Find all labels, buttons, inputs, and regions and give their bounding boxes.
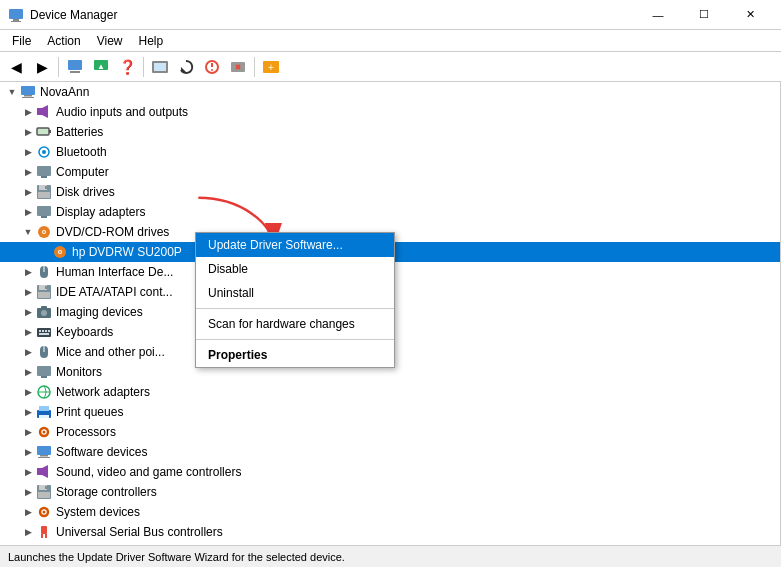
svg-rect-68 [40,455,48,457]
ctx-separator-2 [196,339,394,340]
menu-action[interactable]: Action [39,32,88,50]
svg-rect-51 [39,330,41,332]
maximize-button[interactable]: ☐ [681,0,727,30]
svg-rect-55 [39,333,49,335]
tree-item[interactable]: ▶Network adapters [0,382,780,402]
toolbar-scan[interactable] [200,55,224,79]
device-tree[interactable]: ▼NovaAnn▶Audio inputs and outputs▶Batter… [0,82,781,545]
ctx-disable[interactable]: Disable [196,257,394,281]
tree-item[interactable]: ▶Storage controllers [0,482,780,502]
tree-expander[interactable]: ▼ [4,84,20,100]
tree-item-label: Sound, video and game controllers [56,465,241,479]
toolbar-back[interactable]: ◀ [4,55,28,79]
tree-item[interactable]: ▶Bluetooth [0,142,780,162]
ctx-update-driver[interactable]: Update Driver Software... [196,233,394,257]
tree-item[interactable]: ▶Universal Serial Bus controllers [0,522,780,542]
close-button[interactable]: ✕ [727,0,773,30]
tree-item-label: Software devices [56,445,147,459]
tree-expander[interactable]: ▶ [20,504,36,520]
tree-item[interactable]: ▶Computer [0,162,780,182]
tree-expander[interactable]: ▶ [20,524,36,540]
tree-item[interactable]: ▶Batteries [0,122,780,142]
toolbar-remove[interactable] [226,55,250,79]
toolbar-update-driver[interactable]: ▲ [89,55,113,79]
tree-item-label: Storage controllers [56,485,157,499]
tree-item-icon [36,364,52,380]
svg-rect-31 [45,186,47,189]
tree-item[interactable]: ▼NovaAnn [0,82,780,102]
tree-expander[interactable]: ▶ [20,404,36,420]
ctx-properties[interactable]: Properties [196,343,394,367]
tree-item-icon [36,304,52,320]
tree-item-label: Audio inputs and outputs [56,105,188,119]
tree-expander[interactable]: ▶ [20,384,36,400]
tree-item[interactable]: ▶Print queues [0,402,780,422]
tree-item-label: Processors [56,425,116,439]
svg-point-48 [41,310,47,316]
ctx-uninstall[interactable]: Uninstall [196,281,394,305]
tree-expander[interactable]: ▶ [20,264,36,280]
tree-item-label: Imaging devices [56,305,143,319]
tree-item[interactable]: ▶System devices [0,502,780,522]
tree-item[interactable]: ▶Sound, video and game controllers [0,462,780,482]
tree-expander[interactable]: ▶ [20,184,36,200]
context-menu: Update Driver Software... Disable Uninst… [195,232,395,368]
tree-expander[interactable] [36,244,52,260]
svg-rect-34 [41,216,47,218]
toolbar-separator-1 [58,57,59,77]
tree-item-label: hp DVDRW SU200P [72,245,182,259]
svg-marker-9 [181,67,186,72]
tree-item[interactable]: ▶Software devices [0,442,780,462]
ctx-separator-1 [196,308,394,309]
svg-rect-8 [154,63,166,71]
tree-expander[interactable]: ▶ [20,484,36,500]
tree-expander[interactable]: ▶ [20,164,36,180]
tree-expander[interactable]: ▶ [20,304,36,320]
tree-expander[interactable]: ▶ [20,364,36,380]
svg-rect-67 [37,446,51,455]
menu-bar: File Action View Help [0,30,781,52]
tree-expander[interactable]: ▼ [20,224,36,240]
tree-expander[interactable]: ▶ [20,104,36,120]
toolbar-forward[interactable]: ▶ [30,55,54,79]
svg-rect-24 [49,130,51,133]
svg-rect-45 [45,286,47,289]
tree-item[interactable]: ▶Display adapters [0,202,780,222]
svg-point-12 [211,69,213,71]
toolbar-device-view[interactable] [148,55,172,79]
menu-help[interactable]: Help [131,32,172,50]
svg-rect-46 [38,292,50,298]
tree-item[interactable]: ▶Audio inputs and outputs [0,102,780,122]
tree-expander[interactable]: ▶ [20,344,36,360]
tree-expander[interactable]: ▶ [20,444,36,460]
tree-item-label: Mice and other poi... [56,345,165,359]
tree-expander[interactable]: ▶ [20,284,36,300]
tree-item-label: Network adapters [56,385,150,399]
tree-item-label: System devices [56,505,140,519]
svg-rect-53 [45,330,47,332]
tree-expander[interactable]: ▶ [20,204,36,220]
ctx-scan-hardware[interactable]: Scan for hardware changes [196,312,394,336]
svg-point-77 [43,511,46,514]
tree-item-label: IDE ATA/ATAPI cont... [56,285,172,299]
menu-file[interactable]: File [4,32,39,50]
toolbar-help[interactable]: ❓ [115,55,139,79]
tree-item-label: Keyboards [56,325,113,339]
toolbar-add-legacy[interactable]: + [259,55,283,79]
svg-rect-54 [48,330,50,332]
tree-expander[interactable]: ▶ [20,324,36,340]
toolbar-refresh[interactable] [174,55,198,79]
tree-expander[interactable]: ▶ [20,464,36,480]
toolbar-properties[interactable] [63,55,87,79]
tree-expander[interactable]: ▶ [20,124,36,140]
svg-marker-22 [42,105,48,118]
tree-expander[interactable]: ▶ [20,424,36,440]
tree-expander[interactable]: ▶ [20,144,36,160]
minimize-button[interactable]: — [635,0,681,30]
menu-view[interactable]: View [89,32,131,50]
svg-rect-18 [21,86,35,95]
tree-item-icon [36,324,52,340]
tree-item[interactable]: ▶Processors [0,422,780,442]
tree-item[interactable]: ▶Disk drives [0,182,780,202]
tree-item-icon [36,424,52,440]
